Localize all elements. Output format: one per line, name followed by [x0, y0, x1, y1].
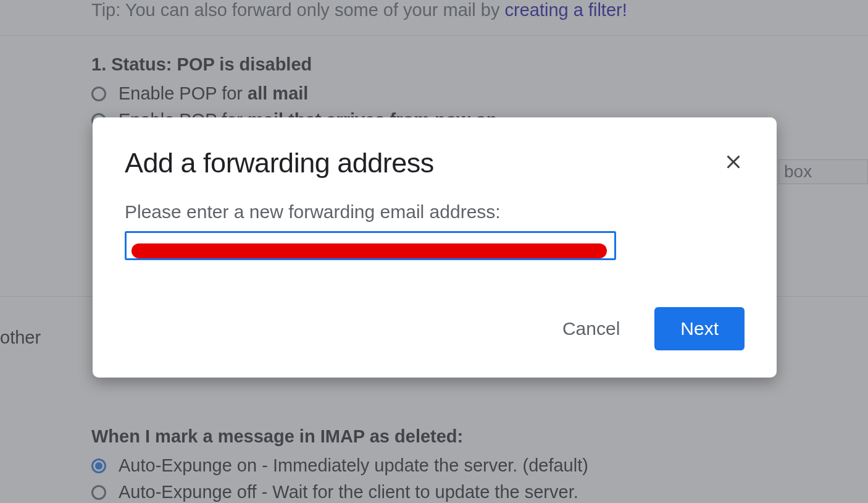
modal-title: Add a forwarding address	[125, 147, 434, 179]
close-icon[interactable]	[722, 151, 745, 173]
modal-header: Add a forwarding address	[125, 147, 745, 179]
modal-prompt: Please enter a new forwarding email addr…	[125, 201, 745, 222]
next-button[interactable]: Next	[654, 307, 745, 350]
redacted-content	[131, 243, 607, 258]
modal-actions: Cancel Next	[125, 307, 745, 350]
cancel-button[interactable]: Cancel	[553, 311, 630, 347]
